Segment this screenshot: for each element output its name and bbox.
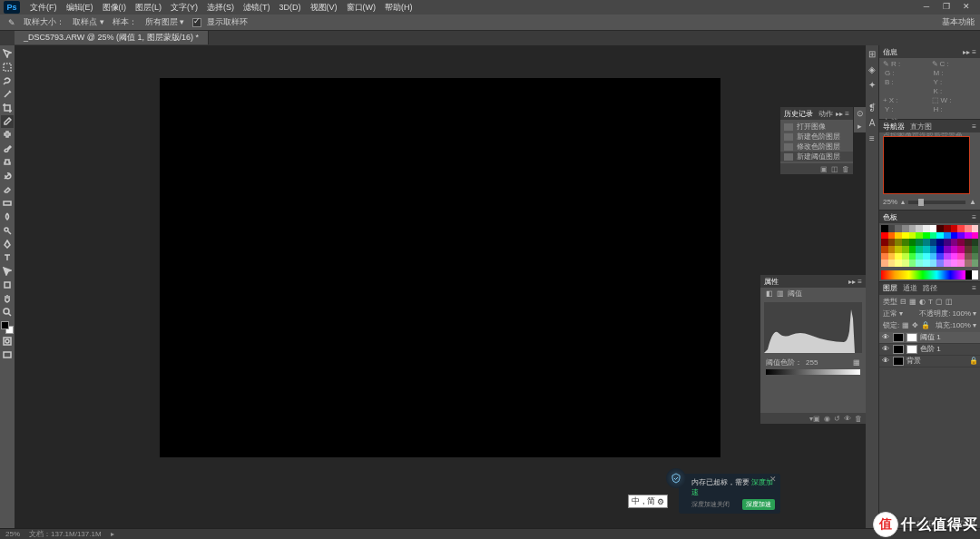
- swatch[interactable]: [972, 239, 979, 246]
- history-new-icon[interactable]: ◫: [831, 165, 838, 173]
- clip-icon[interactable]: ▾▣: [809, 415, 820, 423]
- swatch[interactable]: [923, 239, 930, 246]
- menu-item[interactable]: 文字(Y): [166, 0, 202, 15]
- menu-item[interactable]: 选择(S): [202, 0, 239, 15]
- zoom-tool[interactable]: [1, 306, 14, 318]
- swatch[interactable]: [916, 232, 923, 240]
- swatch[interactable]: [888, 246, 896, 253]
- heal-tool[interactable]: [1, 129, 14, 142]
- opacity-value[interactable]: 100%: [953, 309, 971, 318]
- visibility-icon[interactable]: 👁: [881, 357, 890, 365]
- strip-icon[interactable]: A: [869, 118, 876, 128]
- strip-icon[interactable]: ≡: [869, 133, 875, 143]
- swatch[interactable]: [951, 239, 958, 246]
- menu-item[interactable]: 帮助(H): [380, 0, 417, 15]
- swatch[interactable]: [881, 246, 888, 253]
- visibility-icon[interactable]: 👁: [881, 333, 890, 341]
- layer-row[interactable]: 👁背景🔒: [879, 356, 980, 368]
- color-ramp[interactable]: [881, 270, 978, 279]
- swatch[interactable]: [957, 239, 965, 246]
- swatch[interactable]: [916, 253, 923, 260]
- history-brush-tool[interactable]: [1, 170, 14, 182]
- swatch[interactable]: [930, 225, 937, 232]
- strip-icon[interactable]: ◈: [868, 64, 876, 74]
- navigator-preview[interactable]: [883, 136, 970, 194]
- type-tool[interactable]: [1, 251, 14, 264]
- lock-all-icon[interactable]: 🔒: [921, 321, 930, 329]
- swatch[interactable]: [916, 225, 923, 232]
- swatch[interactable]: [909, 225, 916, 232]
- lock-pixels-icon[interactable]: ▦: [902, 321, 909, 329]
- swatch[interactable]: [944, 232, 951, 240]
- swatch[interactable]: [895, 239, 902, 246]
- status-doc[interactable]: 文档：137.1M/137.1M: [29, 529, 102, 539]
- quickmask-tool[interactable]: [1, 335, 14, 348]
- swatch[interactable]: [895, 253, 902, 260]
- info-tab[interactable]: 信息: [883, 47, 897, 57]
- strip-icon[interactable]: ✦: [868, 80, 876, 90]
- blur-tool[interactable]: [1, 211, 14, 223]
- swatch[interactable]: [936, 225, 944, 232]
- swatch[interactable]: [936, 246, 944, 253]
- actions-tab[interactable]: 动作: [818, 109, 833, 119]
- zoom-value[interactable]: 25%: [883, 198, 897, 206]
- strip-icon[interactable]: ⊞: [868, 49, 876, 59]
- swatch[interactable]: [881, 260, 888, 267]
- swatch[interactable]: [972, 225, 979, 232]
- swatch[interactable]: [916, 239, 923, 246]
- ime-indicator[interactable]: 中 , 简 ⚙: [628, 495, 668, 508]
- canvas[interactable]: [160, 78, 720, 457]
- swatch[interactable]: [957, 225, 965, 232]
- foreground-background-color[interactable]: [1, 321, 14, 334]
- eyedropper-tool[interactable]: [1, 115, 14, 128]
- sample-target-dropdown[interactable]: 所有图层 ▾: [142, 16, 188, 28]
- threshold-gradient[interactable]: [766, 369, 860, 375]
- swatch[interactable]: [944, 246, 951, 253]
- swatch[interactable]: [902, 239, 909, 246]
- canvas-area[interactable]: 历史记录 动作 ▸▸ ≡ 打开图像新建色阶图层修改色阶图层新建阈值图层 ▣ ◫ …: [15, 45, 866, 528]
- menu-item[interactable]: 视图(V): [306, 0, 342, 15]
- swatch[interactable]: [923, 260, 930, 267]
- strip-icon[interactable]: ⊙: [857, 109, 864, 118]
- swatch[interactable]: [936, 239, 944, 246]
- filter-dropdown-icon[interactable]: ⊟: [900, 298, 906, 306]
- panel-menu-icon[interactable]: ≡: [972, 122, 976, 131]
- swatch[interactable]: [951, 246, 958, 253]
- gradient-tool[interactable]: [1, 197, 14, 210]
- swatch[interactable]: [965, 239, 972, 246]
- swatch[interactable]: [881, 232, 888, 240]
- history-snapshot-icon[interactable]: ▣: [820, 165, 828, 173]
- swatch[interactable]: [972, 246, 979, 253]
- histogram-tab[interactable]: 直方图: [910, 122, 932, 132]
- layers-tab[interactable]: 路径: [923, 283, 937, 293]
- history-item[interactable]: 修改色阶图层: [780, 142, 853, 152]
- swatch[interactable]: [923, 253, 930, 260]
- lock-position-icon[interactable]: ✥: [912, 321, 918, 329]
- history-item[interactable]: 新建阈值图层: [780, 152, 853, 162]
- swatch[interactable]: [936, 232, 944, 240]
- blend-mode-dropdown[interactable]: 正常: [883, 309, 897, 318]
- swatch[interactable]: [895, 260, 902, 267]
- strip-play-icon[interactable]: ▸: [858, 122, 862, 131]
- filter-type-icon[interactable]: T: [928, 298, 933, 306]
- layer-row[interactable]: 👁阈值 1: [879, 332, 980, 344]
- swatch[interactable]: [881, 225, 888, 232]
- swatch[interactable]: [895, 232, 902, 240]
- swatch[interactable]: [923, 246, 930, 253]
- accelerate-button[interactable]: 深度加速: [742, 499, 775, 510]
- menu-item[interactable]: 图层(L): [131, 0, 166, 15]
- swatch[interactable]: [972, 232, 979, 240]
- minimize-button[interactable]: ─: [916, 0, 936, 15]
- maximize-button[interactable]: ❐: [936, 0, 956, 15]
- crop-tool[interactable]: [1, 102, 14, 114]
- reset-icon[interactable]: ↺: [834, 415, 840, 423]
- history-item[interactable]: 新建色阶图层: [780, 132, 853, 142]
- layers-tab[interactable]: 图层: [883, 283, 897, 293]
- marquee-tool[interactable]: [1, 61, 14, 74]
- navigator-tab[interactable]: 导航器: [883, 122, 905, 132]
- swatch[interactable]: [965, 225, 972, 232]
- swatch[interactable]: [965, 232, 972, 240]
- shape-tool[interactable]: [1, 279, 14, 291]
- swatch[interactable]: [881, 253, 888, 260]
- show-ring-checkbox[interactable]: [192, 18, 201, 27]
